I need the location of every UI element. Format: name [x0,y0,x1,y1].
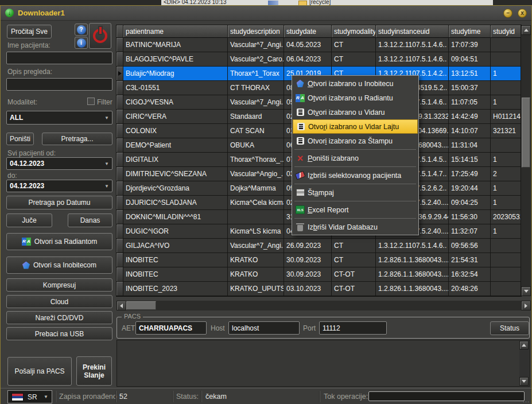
cell-patientname[interactable]: Djordjevic^Grozdana [123,181,228,196]
stop-sending-button[interactable]: Prekini Slanje [76,356,112,386]
to-usb-button[interactable]: Prebaci na USB [6,327,112,340]
cell-studydescription[interactable]: Thorax^Thorax_... [228,153,284,167]
log-area[interactable] [117,340,530,387]
cell-studydate[interactable]: 04.05.2023 [284,38,332,52]
cell-studyinstanceuid[interactable]: 1.3.12.2.1107.5.1.4.6.. [376,52,449,67]
cell-studytime[interactable]: 11:31:04 [449,138,491,153]
minimize-button[interactable]: – [503,9,512,18]
cell-patientname[interactable]: DJURICIC^SLADJANA [123,196,228,210]
scroll-left-button[interactable] [117,301,126,310]
cell-studyid[interactable] [491,38,521,52]
menu-item[interactable]: XLSExcel Report [293,203,418,217]
row-header-cell[interactable] [117,153,123,167]
help-button[interactable]: ? [75,24,88,36]
cell-patientname[interactable]: BLAGOJEVIC^PAVLE [123,52,228,67]
cell-studytime[interactable]: 11:07:05 [449,95,491,110]
row-header-cell[interactable] [117,124,123,138]
row-header-cell[interactable] [117,253,123,267]
cell-studytime[interactable]: 16:32:54 [449,267,491,282]
cell-studytime[interactable]: 11:32:07 [449,224,491,239]
menu-item[interactable]: ×Poništi izabrano [293,151,418,165]
search-by-date-button[interactable]: Pretraga po Datumu [6,196,112,209]
table-row[interactable]: INOBITEC_2023KRATKO_UPUTS...03.10.2023CT… [117,282,521,296]
cell-studyid[interactable] [491,267,521,282]
cell-studydate[interactable]: 30.09.2023 [284,267,332,282]
cell-studydate[interactable]: 06.04.2023 [284,52,332,67]
cell-studytime[interactable]: 20:48:26 [449,282,491,296]
cell-studydescription[interactable]: Kicma^Cela kicma [228,196,284,210]
cell-studydescription[interactable]: CT THORAX [228,81,284,95]
scroll-right-button[interactable] [521,301,531,310]
menu-item[interactable]: Otvori izabrano u Vidar Lajtu [293,119,418,134]
cell-patientname[interactable]: GILJACA^IVO [123,239,228,253]
cell-studydescription[interactable] [228,210,284,224]
row-header-cell[interactable] [117,138,123,153]
aet-input[interactable]: CHARRUAPACS [135,321,207,335]
cell-studymodality[interactable]: CT [332,253,376,267]
cell-studyid[interactable]: H0112144 [491,110,521,124]
date-from-select[interactable]: 04.12.2023 ▼ [6,157,112,170]
cell-studymodality[interactable]: CT [332,239,376,253]
cell-studyid[interactable]: 321321 [491,124,521,138]
compress-button[interactable]: Kompresuj [6,278,112,292]
row-header-cell[interactable] [117,38,123,52]
menu-item[interactable]: Otvori izabrano u Vidaru [293,105,418,119]
cell-studytime[interactable]: 15:14:15 [449,153,491,167]
column-header-studyid[interactable]: studyid [491,25,521,38]
menu-item[interactable]: Otvori izabrano za Štampu [293,134,418,148]
cell-studyinstanceuid[interactable]: 1.2.826.1.1.3680043.... [376,267,449,282]
cell-patientname[interactable]: CIGOJ^VESNA [123,95,228,110]
menu-item[interactable]: RAOtvori izabrano u Radiantu [293,91,418,105]
cell-studytime[interactable]: 09:04:51 [449,52,491,67]
column-header-studymodality[interactable]: studymodality [332,25,376,38]
column-header-studydate[interactable]: studydate [284,25,332,38]
power-button[interactable] [89,23,111,49]
cell-studyid[interactable]: 2 [491,167,521,181]
cell-studytime[interactable]: 21:54:31 [449,253,491,267]
cell-studyid[interactable] [491,282,521,296]
row-header-cell[interactable] [117,167,123,181]
cell-studydescription[interactable]: KRATKO [228,267,284,282]
title-bar[interactable]: ↓ Downloader1 – x [1,6,531,21]
cell-patientname[interactable]: COLONIX [123,124,228,138]
cell-studymodality[interactable]: CT [332,52,376,67]
modality-select[interactable]: ALL ▼ [6,111,112,125]
cell-studyid[interactable] [491,239,521,253]
cell-studydate[interactable]: 30.09.2023 [284,253,332,267]
cell-studydescription[interactable]: OBUKA [228,138,284,153]
table-row[interactable]: BATINIC^MARIJAVascular^7_Angi...04.05.20… [117,38,521,52]
row-header-cell[interactable] [117,67,123,81]
cell-studydescription[interactable]: KRATKO [228,253,284,267]
cell-studyinstanceuid[interactable]: 1.3.12.2.1107.5.1.4.6.. [376,38,449,52]
close-button[interactable]: x [518,9,527,18]
row-header-cell[interactable] [117,95,123,110]
cell-studytime[interactable]: 17:07:39 [449,38,491,52]
read-all-button[interactable]: Pročitaj Sve [7,25,52,38]
cloud-button[interactable]: Cloud [6,295,112,308]
cell-studydescription[interactable]: Vascular^2_Caro.. [228,52,284,67]
cell-studyid[interactable] [491,253,521,267]
cell-studyid[interactable]: 1 [491,224,521,239]
cell-studydescription[interactable]: Thorax^1_Torax [228,67,284,81]
cell-studydescription[interactable]: Vascular^7_Angi... [228,38,284,52]
cell-studyid[interactable]: 1 [491,95,521,110]
reset-button[interactable]: Poništi [6,133,34,145]
horizontal-scroll-thumb[interactable] [126,301,156,310]
table-row[interactable]: BLAGOJEVIC^PAVLEVascular^2_Caro..06.04.2… [117,52,521,67]
cell-patientname[interactable]: INOBITEC [123,267,228,282]
cell-patientname[interactable]: DIMITRIJEVIC^SNEZANA [123,167,228,181]
cell-studydescription[interactable]: Vascular^7_Angi... [228,239,284,253]
table-row[interactable]: GILJACA^IVOVascular^7_Angi...26.09.2023C… [117,239,521,253]
host-input[interactable]: localhost [228,321,300,335]
cell-studydescription[interactable]: CAT SCAN [228,124,284,138]
menu-item[interactable]: Izbriši Vidar Databazu [293,220,418,234]
burn-cd-button[interactable]: Nareži CD/DVD [6,311,112,324]
cell-patientname[interactable]: DUGIC^IGOR [123,224,228,239]
cell-patientname[interactable]: INOBITEC [123,253,228,267]
language-select[interactable]: SR ▼ [7,390,52,403]
header-corner-cell[interactable] [117,25,123,38]
open-radiant-button[interactable]: RA Otvori sa Radiantom [6,233,112,250]
send-pacs-button[interactable]: Pošalji na PACS [7,357,72,386]
resize-grip[interactable]: ... [523,397,530,403]
cell-studytime[interactable]: 11:56:30 [449,210,491,224]
